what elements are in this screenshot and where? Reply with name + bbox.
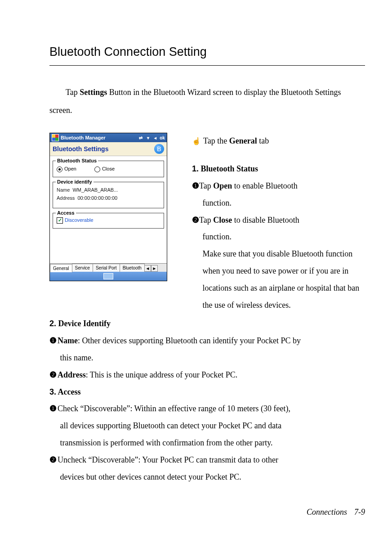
screenshot-title: Bluetooth Manager: [61, 135, 106, 141]
device-address-value: 00:00:00:00:00:00: [77, 195, 117, 201]
tab-nav-left[interactable]: ◄: [144, 265, 151, 272]
s3i1-bullet: ❶: [49, 404, 57, 413]
s1i2-bullet: ❷: [192, 216, 199, 225]
radio-open[interactable]: Open: [57, 166, 76, 172]
access-legend: Access: [56, 210, 76, 216]
section-1-number: 1.: [192, 164, 199, 173]
signal-icon[interactable]: ▾: [145, 135, 151, 140]
section-2-title: Device Identify: [56, 319, 111, 328]
screenshot-bottom-bar: [50, 272, 167, 281]
s1i1-bullet: ❶: [192, 181, 199, 190]
hand-icon: ☝: [192, 134, 201, 149]
s3i1-text: Check “Discoverable”: Within an effectiv…: [58, 404, 290, 413]
s3i2-bullet: ❷: [49, 455, 57, 464]
bottom-content: 2. Device Identify ❶Name: Other devices …: [49, 315, 365, 485]
hand-pre: Tap the: [201, 136, 229, 145]
screenshot-titlebar: Bluetooth Manager ⇄ ▾ ◂ ok: [50, 133, 167, 142]
hand-post: tab: [257, 136, 269, 145]
section-2-number: 2.: [49, 319, 56, 328]
access-group: Access Discoverable: [53, 213, 164, 229]
section-3-heading: 3. Access: [49, 384, 365, 401]
bluetooth-status-group: Bluetooth Status Open Close: [53, 161, 164, 177]
discoverable-check-indicator: [57, 217, 63, 224]
screenshot-tabs: General Service Serial Port Bluetooth ◄ …: [50, 263, 167, 272]
hand-bold: General: [229, 136, 257, 145]
right-column: ☝ Tap the General tab 1. Bluetooth Statu…: [192, 133, 365, 314]
section-1-extra: Make sure that you disable Bluetooth fun…: [192, 246, 365, 314]
start-flag-icon[interactable]: [52, 134, 59, 141]
volume-icon[interactable]: ◂: [152, 135, 158, 140]
intro-pre: Tap: [66, 88, 80, 97]
bluetooth-icon: B: [154, 144, 164, 154]
device-name-value: WM_ARAB_ARAB...: [72, 187, 118, 193]
section-3-item-2: ❷Uncheck “Discoverable”: Your Pocket PC …: [49, 452, 365, 469]
s1i2-pre: Tap: [199, 216, 213, 225]
radio-open-indicator: [57, 166, 62, 172]
discoverable-checkbox[interactable]: Discoverable: [57, 217, 94, 223]
s2i1-text: : Other devices supporting Bluetooth can…: [78, 336, 301, 345]
connectivity-icon[interactable]: ⇄: [138, 135, 143, 140]
section-2-heading: 2. Device Identify: [49, 315, 365, 332]
section-3-title: Access: [56, 387, 80, 396]
radio-open-label: Open: [64, 166, 76, 171]
s1i1-pre: Tap: [199, 181, 213, 190]
s2i1-bold: Name: [58, 336, 78, 345]
bluetooth-status-legend: Bluetooth Status: [56, 157, 98, 164]
footer-section: Connections: [307, 508, 347, 517]
s3i1-line3: transmission is performed with confirmat…: [49, 435, 365, 452]
intro-bold: Settings: [80, 88, 107, 97]
screenshot-body: Bluetooth Status Open Close Device ident…: [50, 156, 167, 263]
s1i1-post: to enable Bluetooth: [232, 181, 297, 190]
tab-service[interactable]: Service: [72, 264, 93, 272]
screenshot-subtitle: Bluetooth Settings: [53, 145, 108, 153]
s1i2-post: to disable Bluetooth: [232, 216, 299, 225]
title-rule: [49, 65, 365, 66]
hand-line: ☝ Tap the General tab: [192, 133, 365, 150]
section-2-item-1: ❶Name: Other devices supporting Bluetoot…: [49, 332, 365, 350]
s2i2-bullet: ❷: [49, 370, 57, 379]
radio-close-indicator: [94, 166, 100, 172]
s1i1-bold: Open: [213, 181, 232, 190]
intro-paragraph: Tap Settings Button in the Bluetooth Wiz…: [49, 84, 365, 119]
s2i1-bullet: ❶: [49, 336, 57, 345]
screenshot: Bluetooth Manager ⇄ ▾ ◂ ok Bluetooth Set…: [49, 133, 167, 281]
device-name-line: Name WM_ARAB_ARAB...: [57, 187, 160, 193]
section-1-item-2: ❷Tap Close to disable Bluetooth: [192, 212, 365, 229]
tab-serial-port[interactable]: Serial Port: [93, 264, 120, 272]
device-identify-group: Device identify Name WM_ARAB_ARAB... Add…: [53, 182, 164, 208]
s2i2-bold: Address: [58, 370, 86, 379]
section-2-item-2: ❷Address: This is the unique address of …: [49, 367, 365, 384]
screenshot-subtitle-bar: Bluetooth Settings B: [50, 142, 167, 156]
s3i2-text: Uncheck “Discoverable”: Your Pocket PC c…: [58, 455, 278, 464]
s1i2-bold: Close: [213, 216, 232, 225]
tab-nav-right[interactable]: ►: [151, 265, 158, 272]
tab-general[interactable]: General: [50, 264, 72, 272]
section-1-title: Bluetooth Status: [199, 164, 258, 173]
radio-close-label: Close: [102, 166, 115, 171]
footer-page-number: 7-9: [354, 508, 365, 517]
discoverable-label: Discoverable: [65, 217, 94, 223]
device-address-line: Address 00:00:00:00:00:00: [57, 195, 160, 201]
s3i1-line2: all devices supporting Bluetooth can det…: [49, 418, 365, 435]
keyboard-icon[interactable]: [103, 273, 113, 279]
s2i2-text: : This is the unique address of your Poc…: [86, 370, 238, 379]
s2i1-line2: this name.: [49, 350, 365, 367]
radio-close[interactable]: Close: [94, 166, 115, 172]
section-1-item-1: ❶Tap Open to enable Bluetooth: [192, 178, 365, 195]
device-identify-legend: Device identify: [56, 179, 94, 185]
section-3-number: 3.: [49, 387, 56, 396]
tab-bluetooth[interactable]: Bluetooth: [120, 264, 145, 272]
s1i1-line2: function.: [192, 195, 365, 212]
page-footer: Connections7-9: [49, 504, 365, 520]
device-name-label: Name: [57, 187, 70, 193]
section-1-heading: 1. Bluetooth Status: [192, 161, 365, 178]
s3i2-line2: devices but other devices cannot detect …: [49, 469, 365, 486]
s1i2-line2: function.: [192, 229, 365, 246]
page-title: Bluetooth Connection Setting: [49, 40, 365, 63]
ok-button[interactable]: ok: [160, 135, 165, 140]
section-3-item-1: ❶Check “Discoverable”: Within an effecti…: [49, 400, 365, 418]
device-address-label: Address: [57, 195, 75, 201]
